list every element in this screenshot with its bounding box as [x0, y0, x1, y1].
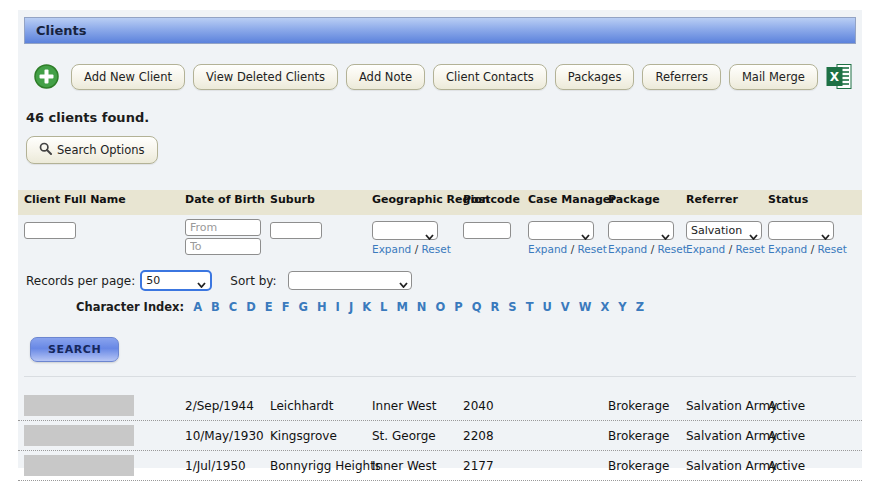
case-manager-select[interactable] — [528, 221, 594, 240]
suburb-input[interactable] — [270, 222, 322, 239]
geographic-region-select[interactable] — [372, 221, 438, 240]
status-select[interactable] — [768, 221, 834, 240]
mail-merge-button[interactable]: Mail Merge — [729, 64, 818, 90]
column-header-postcode: Postcode — [463, 190, 528, 215]
region-cell: St. George — [372, 429, 463, 443]
character-index-letter-r[interactable]: R — [490, 300, 499, 314]
sort-by-select[interactable] — [288, 271, 412, 290]
dob-cell: 1/Jul/1950 — [185, 459, 270, 473]
redacted-client-name — [24, 425, 134, 446]
character-index-letter-n[interactable]: N — [417, 300, 427, 314]
character-index-letter-v[interactable]: V — [561, 300, 570, 314]
character-index-letter-j[interactable]: J — [349, 300, 353, 314]
client-name-cell — [24, 395, 185, 416]
character-index-letter-g[interactable]: G — [299, 300, 308, 314]
client-name-cell — [24, 455, 185, 476]
table-row[interactable]: 2/Sep/1944LeichhardtInner West2040Broker… — [18, 391, 862, 421]
referrer-select[interactable]: Salvation — [686, 221, 762, 240]
search-options-button[interactable]: Search Options — [26, 136, 158, 164]
packages-button[interactable]: Packages — [555, 64, 635, 90]
redacted-client-name — [24, 455, 134, 476]
package-expand-link[interactable]: Expand — [608, 243, 647, 255]
status-cell: Active — [768, 459, 862, 473]
dob-cell: 10/May/1930 — [185, 429, 270, 443]
suburb-cell: Bonnyrigg Heights — [270, 459, 372, 473]
case-manager-reset-link[interactable]: Reset — [578, 243, 607, 255]
package-reset-link[interactable]: Reset — [658, 243, 687, 255]
postcode-input[interactable] — [463, 222, 511, 239]
referrer-cell: Salvation Army — [686, 429, 768, 443]
package-cell: Brokerage — [608, 459, 686, 473]
character-index-letter-m[interactable]: M — [396, 300, 407, 314]
character-index-letter-z[interactable]: Z — [636, 300, 644, 314]
suburb-cell: Leichhardt — [270, 399, 372, 413]
character-index-letters: ABCDEFGHIJKLMNOPQRSTUVWXYZ — [184, 300, 644, 314]
green-plus-icon[interactable] — [34, 64, 59, 89]
referrer-expand-link[interactable]: Expand — [686, 243, 725, 255]
search-options-label: Search Options — [57, 143, 145, 157]
character-index-letter-y[interactable]: Y — [618, 300, 626, 314]
column-header-suburb: Suburb — [270, 190, 372, 215]
table-row[interactable]: 1/Jul/1950Bonnyrigg HeightsInner West217… — [18, 451, 862, 481]
pagination-controls: Records per page: 50 Sort by: — [26, 270, 862, 291]
excel-export-icon[interactable]: X — [826, 63, 853, 90]
status-cell: Active — [768, 399, 862, 413]
character-index-letter-f[interactable]: F — [282, 300, 290, 314]
package-cell: Brokerage — [608, 399, 686, 413]
character-index-letter-b[interactable]: B — [211, 300, 220, 314]
column-header-date-of-birth: Date of Birth — [185, 190, 270, 215]
referrer-cell: Salvation Army — [686, 399, 768, 413]
status-reset-link[interactable]: Reset — [818, 243, 847, 255]
geographic-region-expand-link[interactable]: Expand — [372, 243, 411, 255]
character-index-letter-q[interactable]: Q — [472, 300, 482, 314]
page-title: Clients — [24, 17, 856, 44]
character-index-letter-e[interactable]: E — [265, 300, 273, 314]
results-table: 2/Sep/1944LeichhardtInner West2040Broker… — [18, 391, 862, 481]
character-index-letter-i[interactable]: I — [336, 300, 340, 314]
character-index-letter-o[interactable]: O — [435, 300, 445, 314]
character-index-letter-u[interactable]: U — [543, 300, 552, 314]
referrers-button[interactable]: Referrers — [642, 64, 720, 90]
case-manager-expand-link[interactable]: Expand — [528, 243, 567, 255]
search-button[interactable]: SEARCH — [30, 337, 119, 362]
geographic-region-reset-link[interactable]: Reset — [422, 243, 451, 255]
character-index-letter-c[interactable]: C — [229, 300, 237, 314]
records-per-page-select[interactable]: 50 — [140, 270, 212, 291]
dob-to-input[interactable] — [185, 238, 261, 255]
dob-from-input[interactable] — [185, 219, 261, 236]
sort-by-label: Sort by: — [230, 274, 276, 288]
client-contacts-button[interactable]: Client Contacts — [433, 64, 547, 90]
character-index-letter-w[interactable]: W — [579, 300, 592, 314]
referrer-reset-link[interactable]: Reset — [736, 243, 765, 255]
package-select[interactable] — [608, 221, 674, 240]
character-index-letter-s[interactable]: S — [508, 300, 516, 314]
character-index-letter-d[interactable]: D — [246, 300, 256, 314]
add-note-button[interactable]: Add Note — [346, 64, 425, 90]
character-index-letter-x[interactable]: X — [600, 300, 609, 314]
region-cell: Inner West — [372, 459, 463, 473]
status-expand-link[interactable]: Expand — [768, 243, 807, 255]
character-index-letter-h[interactable]: H — [317, 300, 327, 314]
magnifier-icon — [39, 142, 52, 158]
column-header-package: Package — [608, 190, 686, 215]
character-index-letter-k[interactable]: K — [362, 300, 371, 314]
svg-text:X: X — [830, 70, 840, 84]
column-header-status: Status — [768, 190, 862, 215]
view-deleted-clients-button[interactable]: View Deleted Clients — [193, 64, 338, 90]
column-header-case-manager: Case Manager — [528, 190, 608, 215]
table-row[interactable]: 10/May/1930KingsgroveSt. George2208Broke… — [18, 421, 862, 451]
character-index-letter-t[interactable]: T — [526, 300, 534, 314]
dob-cell: 2/Sep/1944 — [185, 399, 270, 413]
referrer-cell: Salvation Army — [686, 459, 768, 473]
column-header-geographic-region: Geographic Region — [372, 190, 463, 215]
region-cell: Inner West — [372, 399, 463, 413]
results-count: 46 clients found. — [26, 110, 862, 125]
filter-row: Expand / Reset Expand / Reset — [18, 219, 862, 255]
add-new-client-button[interactable]: Add New Client — [71, 64, 185, 90]
client-full-name-input[interactable] — [24, 222, 76, 239]
character-index-letter-a[interactable]: A — [193, 300, 202, 314]
postcode-cell: 2177 — [463, 459, 528, 473]
redacted-client-name — [24, 395, 134, 416]
character-index-letter-p[interactable]: P — [454, 300, 462, 314]
character-index-letter-l[interactable]: L — [380, 300, 387, 314]
